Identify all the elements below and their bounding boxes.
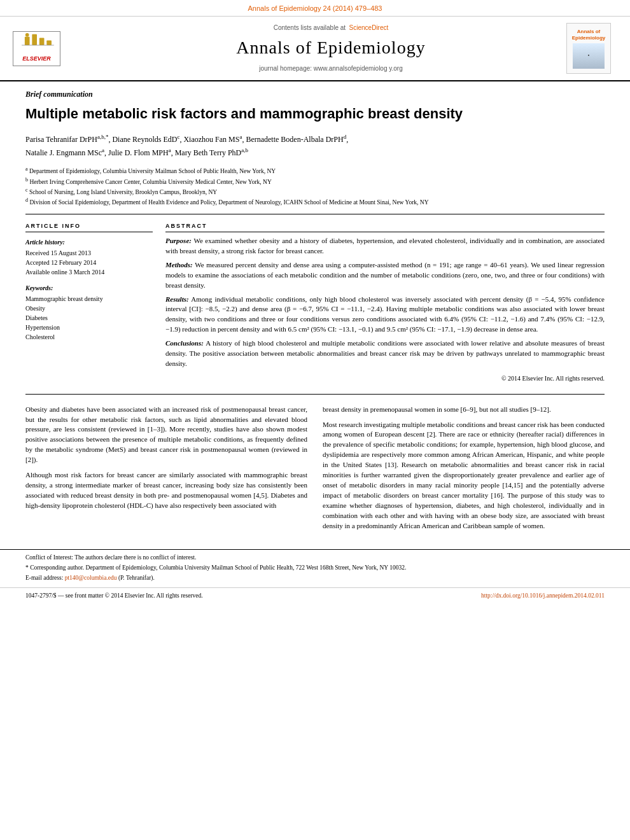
journal-header: ELSEVIER Contents lists available at Sci…	[0, 17, 630, 81]
copyright-line: © 2014 Elsevier Inc. All rights reserved…	[165, 374, 605, 384]
page-top-bar: Annals of Epidemiology 24 (2014) 479–483	[0, 0, 630, 17]
doi-line: http://dx.doi.org/10.1016/j.annepidem.20…	[481, 592, 605, 600]
svg-rect-2	[39, 38, 44, 45]
abstract-results: Results: Among individual metabolic cond…	[165, 295, 605, 335]
purpose-label: Purpose:	[165, 237, 192, 244]
tree-svg	[18, 32, 56, 53]
affiliation-a: a Department of Epidemiology, Columbia U…	[25, 165, 605, 176]
doi-link[interactable]: http://dx.doi.org/10.1016/j.annepidem.20…	[481, 592, 605, 599]
svg-rect-0	[24, 37, 29, 45]
results-text: Among individual metabolic conditions, o…	[165, 295, 605, 333]
body-para-3: breast density in premenopausal women in…	[323, 405, 605, 415]
email-footnote: E-mail address: pt140@columbia.edu (P. T…	[25, 574, 605, 582]
bottom-divider	[25, 394, 605, 395]
article-info-col: ARTICLE INFO Article history: Received 1…	[25, 222, 153, 384]
affiliation-b: b Herbert Irving Comprehensive Cancer Ce…	[25, 176, 605, 186]
svg-point-5	[25, 33, 29, 37]
elsevier-label: ELSEVIER	[22, 55, 51, 63]
keyword-4: Hypertension	[25, 323, 153, 332]
footnote-section: Conflict of Interest: The authors declar…	[0, 549, 630, 587]
journal-citation: Annals of Epidemiology 24 (2014) 479–483	[248, 4, 382, 12]
affiliations: a Department of Epidemiology, Columbia U…	[0, 162, 630, 214]
svg-rect-3	[46, 40, 52, 45]
body-section: Obesity and diabetes have been associate…	[0, 401, 630, 549]
abstract-methods: Methods: We measured percent density and…	[165, 260, 605, 291]
abstract-col: ABSTRACT Purpose: We examined whether ob…	[165, 222, 605, 384]
keyword-3: Diabetes	[25, 313, 153, 323]
article-type: Brief communication	[0, 81, 630, 102]
keywords-label: Keywords:	[25, 283, 153, 293]
journal-center: Contents lists available at ScienceDirec…	[102, 24, 560, 74]
issn-line: 1047-2797/$ — see front matter © 2014 El…	[25, 592, 203, 600]
abstract-header: ABSTRACT	[165, 222, 605, 232]
abstract-purpose: Purpose: We examined whether obesity and…	[165, 236, 605, 256]
body-para-4: Most research investigating multiple met…	[323, 420, 605, 531]
methods-text: We measured percent density and dense ar…	[165, 261, 605, 289]
elsevier-logo-area: ELSEVIER	[13, 31, 95, 66]
asterisk-note: * Corresponding author. Department of Ep…	[25, 564, 406, 571]
svg-rect-1	[32, 34, 37, 45]
methods-label: Methods:	[165, 261, 193, 269]
accepted-date: Accepted 12 February 2014	[25, 258, 153, 267]
keyword-2: Obesity	[25, 304, 153, 313]
body-para-2: Although most risk factors for breast ca…	[25, 470, 307, 511]
sciencedirect-line: Contents lists available at ScienceDirec…	[102, 24, 560, 32]
body-col-left: Obesity and diabetes have been associate…	[25, 405, 307, 536]
keyword-5: Cholesterol	[25, 332, 153, 342]
corresponding-footnote: * Corresponding author. Department of Ep…	[25, 564, 605, 572]
journal-title: Annals of Epidemiology	[102, 35, 560, 60]
affiliation-d: d Division of Social Epidemiology, Depar…	[25, 197, 605, 207]
authors-line: Parisa Tehranifar DrPHa,b,*, Diane Reyno…	[0, 130, 630, 162]
results-label: Results:	[165, 295, 189, 303]
abstract-conclusions: Conclusions: A history of high blood cho…	[165, 339, 605, 369]
body-para-1: Obesity and diabetes have been associate…	[25, 405, 307, 466]
purpose-text: We examined whether obesity and a histor…	[165, 237, 605, 255]
reduced-text: reduced	[71, 491, 93, 499]
conflict-footnote: Conflict of Interest: The authors declar…	[25, 554, 605, 562]
email-person: (P. Tehranifar).	[118, 575, 155, 581]
having-with-text: having with	[435, 512, 468, 519]
received-date: Received 15 August 2013	[25, 248, 153, 258]
article-info-header: ARTICLE INFO	[25, 222, 153, 233]
issn-text: 1047-2797/$ — see front matter © 2014 El…	[25, 592, 203, 599]
journal-thumb-area: Annals ofEpidemiology ▪	[566, 23, 617, 74]
email-label: E-mail address:	[25, 575, 63, 581]
history-label: Article history:	[25, 237, 153, 247]
journal-thumbnail: Annals ofEpidemiology ▪	[566, 23, 611, 74]
journal-homepage: journal homepage: www.annalsofepidemiolo…	[102, 62, 560, 74]
info-abstract-section: ARTICLE INFO Article history: Received 1…	[0, 214, 630, 391]
keyword-1: Mammographic breast density	[25, 294, 153, 304]
elsevier-icon: ELSEVIER	[13, 31, 60, 66]
affiliation-c: c School of Nursing, Long Island Univers…	[25, 186, 605, 197]
bottom-bar: 1047-2797/$ — see front matter © 2014 El…	[0, 587, 630, 604]
conclusions-label: Conclusions:	[165, 339, 204, 347]
thumb-image: ▪	[573, 43, 605, 69]
sciencedirect-link[interactable]: ScienceDirect	[349, 24, 389, 31]
available-date: Available online 3 March 2014	[25, 267, 153, 277]
body-col-right: breast density in premenopausal women in…	[323, 405, 605, 536]
email-value[interactable]: pt140@columbia.edu	[65, 575, 117, 581]
article-title: Multiple metabolic risk factors and mamm…	[0, 102, 630, 130]
conclusions-text: A history of high blood cholesterol and …	[165, 339, 605, 367]
